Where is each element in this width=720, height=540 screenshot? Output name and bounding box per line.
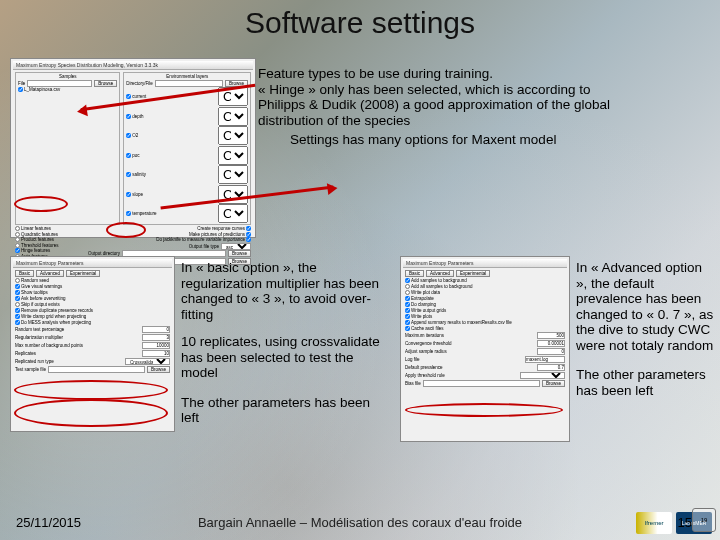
adjust-input[interactable]	[537, 348, 565, 355]
annotation-text: In « Advanced option », the default prev…	[576, 260, 716, 398]
highlight-oval	[405, 403, 563, 417]
env-label: Environmental layers	[126, 74, 248, 79]
env-type-select[interactable]: Continuous	[218, 107, 248, 126]
apply-thr-label: Apply threshold rule	[405, 373, 518, 378]
output-format-label: Output file type	[189, 244, 219, 249]
env-type-select[interactable]: Continuous	[218, 126, 248, 145]
opt-random-seed[interactable]: Random seed	[15, 278, 170, 283]
opt-write-plots[interactable]: Write plots	[405, 314, 565, 319]
window-titlebar: Maximum Entropy Parameters	[13, 259, 172, 268]
directory-label: Directory/File	[126, 81, 153, 86]
tab-basic[interactable]: Basic	[405, 270, 424, 277]
opt-clamp-grid[interactable]: Write clamp grid when projecting	[15, 314, 170, 319]
opt-tooltips[interactable]: Show tooltips	[15, 290, 170, 295]
browse-button[interactable]: Browse	[228, 250, 251, 257]
env-item[interactable]: salinityContinuous	[126, 165, 248, 184]
default-prev-label: Default prevalence	[405, 365, 535, 370]
opt-mess[interactable]: Do MESS analysis when projecting	[15, 320, 170, 325]
env-type-select[interactable]: Continuous	[218, 146, 248, 165]
max-bg-input[interactable]	[142, 342, 170, 349]
conv-label: Convergence threshold	[405, 341, 535, 346]
page-number: 15	[678, 515, 692, 530]
max-iter-input[interactable]	[537, 332, 565, 339]
footer-credit: Bargain Annaelle – Modélisation des cora…	[0, 515, 720, 530]
bias-input[interactable]	[423, 380, 540, 387]
file-label: File	[18, 81, 25, 86]
conv-input[interactable]	[537, 340, 565, 347]
apply-thr-select[interactable]	[520, 372, 565, 379]
feature-linear[interactable]: Linear features	[15, 226, 85, 231]
browse-button[interactable]: Browse	[94, 80, 117, 87]
logfile-input[interactable]	[525, 356, 565, 363]
rep-type-select[interactable]: Crossvalidate	[125, 358, 170, 365]
replicates-input[interactable]	[142, 350, 170, 357]
bias-label: Bias file	[405, 381, 421, 386]
tab-advanced[interactable]: Advanced	[36, 270, 64, 277]
highlight-oval	[14, 380, 168, 400]
max-bg-label: Max number of background points	[15, 343, 140, 348]
env-dir-input[interactable]	[155, 80, 223, 87]
opt-remove-dup[interactable]: Remove duplicate presence records	[15, 308, 170, 313]
annotation-text: Feature types to be use during training.…	[258, 66, 618, 148]
samples-label: Samples	[18, 74, 117, 79]
sample-item[interactable]: L_Matapinosa.csv	[18, 87, 117, 92]
rep-type-label: Replicated run type	[15, 359, 123, 364]
opt-extrapolate[interactable]: Extrapolate	[405, 296, 565, 301]
replicates-label: Replicates	[15, 351, 140, 356]
random-pct-input[interactable]	[142, 326, 170, 333]
feature-hinge[interactable]: Hinge features	[15, 248, 85, 253]
logfile-label: Log file	[405, 357, 523, 362]
adjust-label: Adjust sample radius	[405, 349, 535, 354]
window-titlebar: Maximum Entropy Parameters	[403, 259, 567, 268]
opt-ask-overwrite[interactable]: Ask before overwriting	[15, 296, 170, 301]
feature-product[interactable]: Product features	[15, 237, 85, 242]
default-prev-input[interactable]	[537, 364, 565, 371]
highlight-oval	[106, 222, 146, 238]
tab-advanced[interactable]: Advanced	[426, 270, 454, 277]
test-sample-label: Test sample file	[15, 367, 46, 372]
opt-clamping[interactable]: Do clamping	[405, 302, 565, 307]
random-pct-label: Random test percentage	[15, 327, 140, 332]
highlight-oval	[14, 399, 168, 427]
window-titlebar: Maximum Entropy Species Distribution Mod…	[13, 61, 253, 70]
samples-file-input[interactable]	[27, 80, 92, 87]
feature-threshold[interactable]: Threshold features	[15, 243, 85, 248]
opt-jackknife[interactable]: Do jackknife to measure variable importa…	[88, 237, 251, 242]
env-item[interactable]: depthContinuous	[126, 107, 248, 126]
env-item[interactable]: temperatureContinuous	[126, 204, 248, 223]
opt-append-summary[interactable]: Append summary results to maxentResults.…	[405, 320, 565, 325]
slide-title: Software settings	[0, 6, 720, 40]
tab-experimental[interactable]: Experimental	[66, 270, 100, 277]
browse-button[interactable]: Browse	[542, 380, 565, 387]
env-item[interactable]: O2Continuous	[126, 126, 248, 145]
reg-mult-label: Regularization multiplier	[15, 335, 140, 340]
opt-add-samples-bg[interactable]: Add samples to background	[405, 278, 565, 283]
max-iter-label: Maximum iterations	[405, 333, 535, 338]
opt-write-grids[interactable]: Write output grids	[405, 308, 565, 313]
feature-quadratic[interactable]: Quadratic features	[15, 232, 85, 237]
opt-add-all-samples[interactable]: Add all samples to background	[405, 284, 565, 289]
test-sample-input[interactable]	[48, 366, 145, 373]
env-item[interactable]: pocContinuous	[126, 146, 248, 165]
browse-button[interactable]: Browse	[147, 366, 170, 373]
opt-skip[interactable]: Skip if output exists	[15, 302, 170, 307]
tab-basic[interactable]: Basic	[15, 270, 34, 277]
opt-write-plot-data[interactable]: Write plot data	[405, 290, 565, 295]
reg-mult-input[interactable]	[142, 334, 170, 341]
opt-visual-warnings[interactable]: Give visual warnings	[15, 284, 170, 289]
env-type-select[interactable]: Continuous	[218, 204, 248, 223]
highlight-oval	[14, 196, 68, 212]
annotation-text: In « basic option », the regularization …	[181, 260, 391, 426]
tab-experimental[interactable]: Experimental	[456, 270, 490, 277]
opt-cache-ascii[interactable]: Cache ascii files	[405, 326, 565, 331]
output-format-select[interactable]: asc	[221, 243, 251, 250]
env-type-select[interactable]: Continuous	[218, 165, 248, 184]
